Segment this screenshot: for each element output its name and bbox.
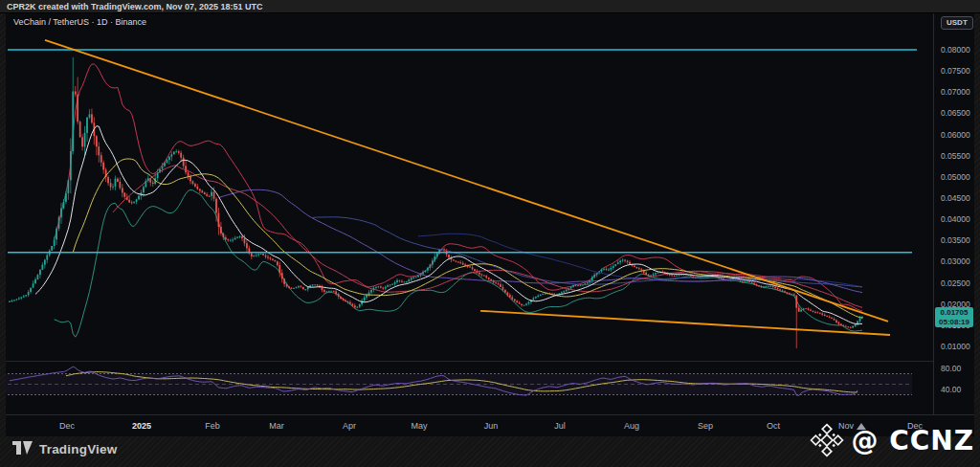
ccnz-watermark-text: @ CCNZ [851,425,974,456]
price-axis-label: 0.04000 [941,214,970,224]
status-text: CPR2K created with TradingView.com, Nov … [7,2,263,11]
time-axis-label-oct: Oct [757,421,790,431]
time-axis-label-sep: Sep [689,421,722,431]
currency-toggle-button[interactable]: USDT [941,16,973,30]
price-chart-canvas[interactable] [6,13,933,361]
price-axis-label: 0.06500 [941,108,970,118]
binance-diamond-icon [810,423,844,457]
price-axis-label: 0.05000 [941,172,970,182]
price-axis-label: 0.07000 [941,87,970,97]
price-axis[interactable]: 0.080000.075000.070000.065000.060000.055… [933,13,975,435]
price-axis-label: 0.04500 [941,193,970,203]
tradingview-screenshot: CPR2K created with TradingView.com, Nov … [0,0,980,467]
time-axis-label-2025: 2025 [125,421,158,431]
rsi-axis-label: 80.00 [941,364,961,373]
candles [9,57,863,348]
price-axis-label: 0.01000 [941,342,970,351]
time-axis-label-aug: Aug [615,421,648,431]
time-axis-label-dec: Dec [51,421,83,431]
price-axis-label: 0.02500 [941,278,970,288]
last-price-badge: 0.01705 05:08:19 [935,307,973,327]
tradingview-logo[interactable]: TradingView [12,441,117,456]
tradingview-logo-icon [12,441,33,456]
symbol-legend[interactable]: VeChain / TetherUS · 1D · Binance [13,17,146,27]
ccnz-watermark: @ CCNZ [810,423,974,457]
bar-countdown: 05:08:19 [935,318,973,327]
tradingview-logo-text: TradingView [39,442,117,456]
price-axis-label: 0.03500 [941,235,970,245]
price-axis-label: 0.06000 [941,130,970,140]
rsi-indicator-canvas[interactable] [6,361,933,414]
price-axis-label: 0.07500 [941,66,970,76]
rsi-axis-label: 40.00 [941,385,961,394]
chart-region: VeChain / TetherUS · 1D · Binance USDT 0… [6,13,974,435]
status-bar: CPR2K created with TradingView.com, Nov … [0,0,980,13]
time-axis-label-jun: Jun [475,421,507,431]
time-axis-label-feb: Feb [196,421,229,431]
price-axis-label: 0.03000 [941,256,970,266]
time-axis-label-jul: Jul [544,421,576,431]
price-axis-label: 0.05500 [941,151,970,161]
price-axis-label: 0.08000 [941,45,970,55]
last-price-value: 0.01705 [935,308,973,318]
time-axis-label-may: May [403,421,435,431]
time-axis-label-mar: Mar [260,421,293,431]
footer: TradingView @ CCNZ [0,435,980,467]
time-axis-label-apr: Apr [333,421,366,431]
